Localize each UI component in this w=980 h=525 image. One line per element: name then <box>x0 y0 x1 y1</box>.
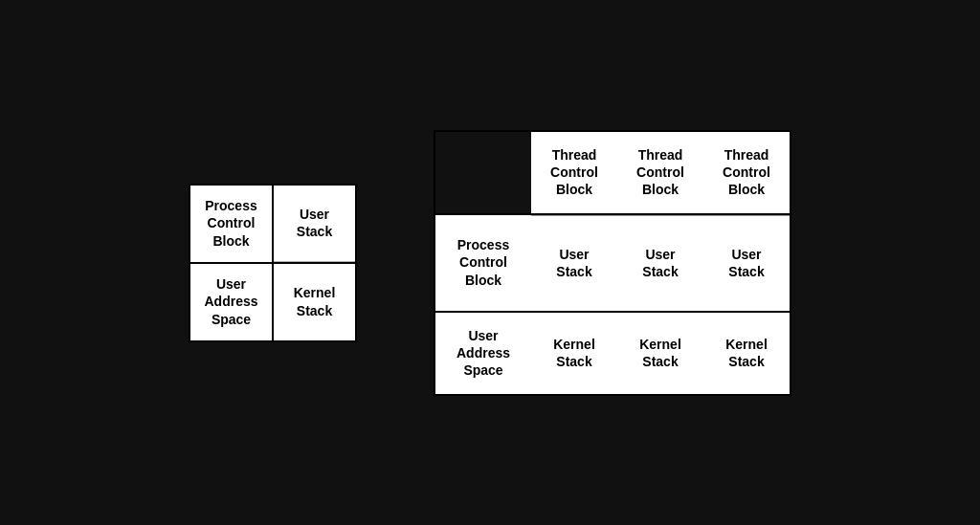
tcb-2: ThreadControlBlock <box>617 132 703 213</box>
tcb-3: ThreadControlBlock <box>703 132 790 213</box>
right-user-address-cell: UserAddressSpace <box>435 313 531 394</box>
kernel-stack-1: KernelStack <box>531 313 617 394</box>
kernel-stack-3: KernelStack <box>703 313 790 394</box>
thread-column-2: ThreadControlBlock UserStack KernelStack <box>617 132 703 394</box>
left-user-stack-cell: UserStack <box>274 186 355 262</box>
right-pcb-cell: ProcessControlBlock <box>435 215 531 311</box>
pcb-column: ProcessControlBlock UserAddressSpace <box>435 132 531 394</box>
tcb-1: ThreadControlBlock <box>531 132 617 213</box>
user-stack-3: UserStack <box>703 215 790 311</box>
left-diagram: ProcessControlBlock UserStack UserAddres… <box>189 184 357 342</box>
left-user-address-cell: UserAddressSpace <box>190 264 272 340</box>
kernel-stack-2: KernelStack <box>617 313 703 394</box>
user-stack-1: UserStack <box>531 215 617 311</box>
pcb-spacer <box>435 132 531 213</box>
thread-column-1: ThreadControlBlock UserStack KernelStack <box>531 132 617 394</box>
left-grid: ProcessControlBlock UserStack UserAddres… <box>189 184 357 342</box>
left-pcb-cell: ProcessControlBlock <box>190 186 272 262</box>
thread-column-3: ThreadControlBlock UserStack KernelStack <box>703 132 790 394</box>
right-diagram: ProcessControlBlock UserAddressSpace Thr… <box>434 130 791 396</box>
left-kernel-stack-cell: KernelStack <box>274 264 355 340</box>
main-container: ProcessControlBlock UserStack UserAddres… <box>0 0 980 525</box>
user-stack-2: UserStack <box>617 215 703 311</box>
